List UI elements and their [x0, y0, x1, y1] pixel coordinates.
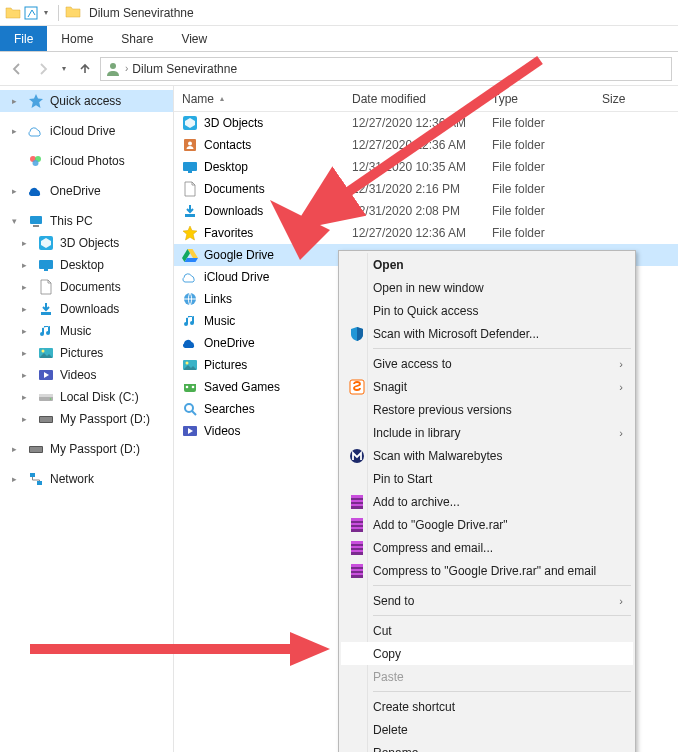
submenu-arrow-icon: ›: [619, 427, 623, 439]
sidebar-item-videos[interactable]: ▸Videos: [0, 364, 173, 386]
malwarebytes-icon: [349, 448, 365, 464]
file-row[interactable]: Downloads12/31/2020 2:08 PMFile folder: [174, 200, 678, 222]
sidebar-item-my-passport[interactable]: ▸My Passport (D:): [0, 408, 173, 430]
context-menu: Open Open in new window Pin to Quick acc…: [338, 250, 636, 752]
sidebar-item-downloads[interactable]: ▸Downloads: [0, 298, 173, 320]
file-row[interactable]: Desktop12/31/2020 10:35 AMFile folder: [174, 156, 678, 178]
address-bar[interactable]: › Dilum Senevirathne: [100, 57, 672, 81]
file-row[interactable]: Contacts12/27/2020 12:36 AMFile folder: [174, 134, 678, 156]
file-date: 12/31/2020 2:16 PM: [344, 182, 484, 196]
sidebar-item-icloud-drive[interactable]: ▸iCloud Drive: [0, 120, 173, 142]
column-type[interactable]: Type: [484, 92, 594, 106]
submenu-arrow-icon: ›: [619, 358, 623, 370]
sidebar-item-my-passport-2[interactable]: ▸My Passport (D:): [0, 438, 173, 460]
sidebar-label: Videos: [60, 368, 96, 382]
ctx-give-access[interactable]: Give access to›: [341, 352, 633, 375]
contacts-icon: [182, 137, 198, 153]
ctx-copy[interactable]: Copy: [341, 642, 633, 665]
tab-view[interactable]: View: [167, 26, 221, 51]
downloads-icon: [182, 203, 198, 219]
ctx-include-lib[interactable]: Include in library›: [341, 421, 633, 444]
sidebar-item-icloud-photos[interactable]: iCloud Photos: [0, 150, 173, 172]
ctx-add-rar[interactable]: Add to "Google Drive.rar": [341, 513, 633, 536]
sidebar-item-documents[interactable]: ▸Documents: [0, 276, 173, 298]
file-row[interactable]: Favorites12/27/2020 12:36 AMFile folder: [174, 222, 678, 244]
user-icon: [105, 61, 121, 77]
file-type: File folder: [484, 204, 594, 218]
desktop-icon: [182, 159, 198, 175]
links-icon: [182, 291, 198, 307]
tab-share[interactable]: Share: [107, 26, 167, 51]
file-date: 12/31/2020 10:35 AM: [344, 160, 484, 174]
file-row[interactable]: 3D Objects12/27/2020 12:36 AMFile folder: [174, 112, 678, 134]
nav-pane: ▸ Quick access ▸iCloud Drive iCloud Phot…: [0, 86, 174, 752]
sidebar-item-desktop[interactable]: ▸Desktop: [0, 254, 173, 276]
column-headers: Name▴ Date modified Type Size: [174, 86, 678, 112]
system-menu-icon[interactable]: [4, 4, 22, 22]
back-button[interactable]: [6, 58, 28, 80]
expand-icon[interactable]: ▸: [12, 96, 22, 106]
ctx-add-archive[interactable]: Add to archive...: [341, 490, 633, 513]
searches-icon: [182, 401, 198, 417]
ctx-restore-prev[interactable]: Restore previous versions: [341, 398, 633, 421]
menu-separator: [373, 691, 631, 692]
tab-file[interactable]: File: [0, 26, 47, 51]
sidebar-label: My Passport (D:): [50, 442, 140, 456]
sidebar-item-onedrive[interactable]: ▸OneDrive: [0, 180, 173, 202]
breadcrumb-item[interactable]: Dilum Senevirathne: [132, 62, 237, 76]
ctx-open[interactable]: Open: [341, 253, 633, 276]
sidebar-item-network[interactable]: ▸Network: [0, 468, 173, 490]
ctx-create-shortcut[interactable]: Create shortcut: [341, 695, 633, 718]
ctx-compress-rar-email[interactable]: Compress to "Google Drive.rar" and email: [341, 559, 633, 582]
ribbon-tabs: File Home Share View: [0, 26, 678, 52]
qat-dropdown-icon[interactable]: ▾: [44, 8, 48, 17]
file-name: Downloads: [204, 204, 263, 218]
sidebar-label: Local Disk (C:): [60, 390, 139, 404]
tab-home[interactable]: Home: [47, 26, 107, 51]
ctx-delete[interactable]: Delete: [341, 718, 633, 741]
onedrive-icon: [182, 335, 198, 351]
sidebar-item-quick-access[interactable]: ▸ Quick access: [0, 90, 173, 112]
svg-rect-32: [25, 7, 37, 19]
external-drive-icon: [38, 411, 54, 427]
sidebar-label: Downloads: [60, 302, 119, 316]
ctx-compress-email[interactable]: Compress and email...: [341, 536, 633, 559]
column-date[interactable]: Date modified: [344, 92, 484, 106]
column-name[interactable]: Name▴: [174, 92, 344, 106]
ctx-pin-start[interactable]: Pin to Start: [341, 467, 633, 490]
sidebar-item-pictures[interactable]: ▸Pictures: [0, 342, 173, 364]
sidebar-label: 3D Objects: [60, 236, 119, 250]
file-type: File folder: [484, 226, 594, 240]
ctx-scan-defender[interactable]: Scan with Microsoft Defender...: [341, 322, 633, 345]
sidebar-item-3d-objects[interactable]: ▸3D Objects: [0, 232, 173, 254]
sidebar-item-this-pc[interactable]: ▾This PC: [0, 210, 173, 232]
sidebar-label: Network: [50, 472, 94, 486]
menu-separator: [373, 348, 631, 349]
history-dropdown-icon[interactable]: ▾: [62, 64, 66, 73]
up-button[interactable]: [74, 58, 96, 80]
file-name: Desktop: [204, 160, 248, 174]
ctx-cut[interactable]: Cut: [341, 619, 633, 642]
qat-properties-icon[interactable]: [22, 4, 40, 22]
sidebar-label: iCloud Drive: [50, 124, 115, 138]
ctx-paste: Paste: [341, 665, 633, 688]
sidebar-item-music[interactable]: ▸Music: [0, 320, 173, 342]
column-size[interactable]: Size: [594, 92, 654, 106]
iclouddrive-icon: [182, 269, 198, 285]
sidebar-label: OneDrive: [50, 184, 101, 198]
ctx-snagit[interactable]: Snagit›: [341, 375, 633, 398]
ctx-pin-quick[interactable]: Pin to Quick access: [341, 299, 633, 322]
forward-button[interactable]: [32, 58, 54, 80]
sidebar-label: Documents: [60, 280, 121, 294]
sidebar-label: Desktop: [60, 258, 104, 272]
chevron-right-icon[interactable]: ›: [125, 63, 128, 74]
file-name: Google Drive: [204, 248, 274, 262]
shield-icon: [349, 326, 365, 342]
ctx-open-new-window[interactable]: Open in new window: [341, 276, 633, 299]
ctx-rename[interactable]: Rename: [341, 741, 633, 752]
file-row[interactable]: Documents12/31/2020 2:16 PMFile folder: [174, 178, 678, 200]
collapse-icon[interactable]: ▾: [12, 216, 22, 226]
ctx-scan-malwarebytes[interactable]: Scan with Malwarebytes: [341, 444, 633, 467]
sidebar-item-local-disk[interactable]: ▸Local Disk (C:): [0, 386, 173, 408]
ctx-send-to[interactable]: Send to›: [341, 589, 633, 612]
